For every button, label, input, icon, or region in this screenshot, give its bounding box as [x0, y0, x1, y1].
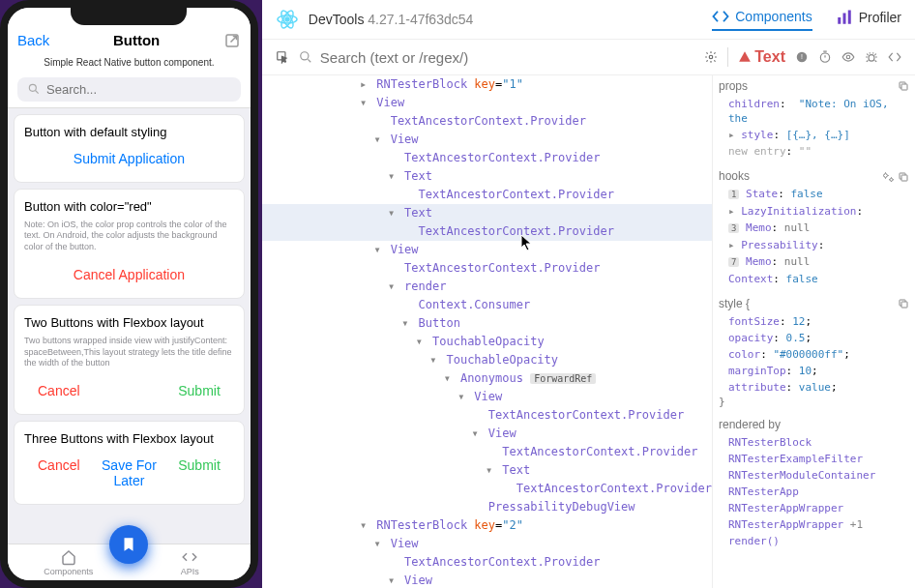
brand-name: DevTools	[309, 12, 365, 27]
tree-node[interactable]: TextAncestorContext.Provider	[262, 443, 712, 461]
hook-row[interactable]: ▸ LazyInitialization:	[719, 203, 909, 220]
tree-node[interactable]: TextAncestorContext.Provider	[262, 259, 712, 278]
prop-row[interactable]: children: "Note: On iOS, the	[719, 96, 909, 127]
tree-node[interactable]: TextAncestorContext.Provider	[262, 222, 712, 241]
tree-node[interactable]: Context.Consumer	[262, 296, 712, 314]
source-icon[interactable]	[888, 50, 901, 64]
gear-icon[interactable]	[704, 50, 718, 64]
tab-label: Components	[735, 9, 812, 24]
tab-label: APIs	[133, 567, 246, 576]
copy-icon[interactable]	[898, 298, 909, 309]
svg-point-2	[285, 17, 289, 21]
eye-icon[interactable]	[841, 50, 855, 64]
svg-rect-7	[842, 14, 845, 24]
ios-button[interactable]: Cancel	[32, 452, 86, 494]
tab-profiler[interactable]: Profiler	[836, 8, 901, 31]
ios-button[interactable]: Cancel Application	[24, 261, 234, 288]
rendered-row[interactable]: RNTesterModuleContainer	[719, 467, 909, 484]
example-card: Button with color="red"Note: On iOS, the…	[14, 189, 245, 299]
tree-node[interactable]: ▾ View	[262, 241, 712, 259]
ios-button[interactable]: Submit	[172, 452, 226, 494]
rendered-row[interactable]: RNTesterBlock	[719, 434, 909, 451]
copy-icon[interactable]	[898, 171, 909, 183]
tree-node[interactable]: PressabilityDebugView	[262, 498, 712, 516]
tree-node[interactable]: ▾ Text	[262, 461, 712, 480]
rendered-row[interactable]: RNTesterAppWrapper +1	[719, 516, 909, 533]
style-row[interactable]: fontSize: 12;	[719, 313, 909, 330]
example-card: Three Buttons with Flexbox layoutCancelS…	[14, 421, 245, 505]
error-icon[interactable]: !	[795, 50, 809, 64]
copy-icon[interactable]	[898, 80, 909, 92]
rendered-row[interactable]: RNTesterApp	[719, 484, 909, 500]
component-tree[interactable]: ▸ RNTesterBlock key="1" ▾ View TextAnces…	[262, 75, 712, 588]
rendered-row[interactable]: RNTesterExampleFilter	[719, 451, 909, 467]
share-icon[interactable]	[223, 31, 241, 49]
warning-icon	[738, 50, 752, 64]
tree-node[interactable]: ▾ View	[262, 572, 712, 588]
tree-node[interactable]: ▾ TouchableOpacity	[262, 351, 712, 369]
prop-row[interactable]: new entry: ""	[719, 143, 909, 160]
ios-button[interactable]: Submit	[172, 377, 226, 404]
search-input[interactable]	[46, 82, 231, 97]
ios-button[interactable]: Save For Later	[86, 452, 173, 494]
example-card: Two Buttons with Flexbox layoutTwo butto…	[14, 305, 245, 415]
tree-node[interactable]: ▾ View	[262, 94, 712, 112]
hook-row[interactable]: ▸ Pressability:	[719, 237, 909, 253]
tree-node[interactable]: ▾ Button	[262, 314, 712, 333]
tree-node[interactable]: ▾ View	[262, 388, 712, 406]
style-row[interactable]: marginTop: 10;	[719, 363, 909, 379]
card-title: Button with default styling	[24, 125, 234, 139]
rendered-row[interactable]: render()	[719, 533, 909, 549]
home-icon	[60, 548, 77, 566]
tree-node[interactable]: ▾ render	[262, 278, 712, 296]
back-button[interactable]: Back	[17, 32, 49, 48]
sidebar: props children: "Note: On iOS, the ▸ sty…	[712, 75, 915, 588]
tree-node[interactable]: ▾ View	[262, 535, 712, 553]
button-row: CancelSave For LaterSubmit	[24, 452, 234, 494]
tab-components[interactable]: Components	[712, 8, 812, 31]
tree-node[interactable]: ▾ RNTesterBlock key="2"	[262, 516, 712, 535]
style-row[interactable]: opacity: 0.5;	[719, 330, 909, 346]
style-row[interactable]: attribute: value;	[719, 379, 909, 396]
timer-icon[interactable]	[818, 50, 832, 64]
bookmark-icon	[120, 536, 137, 553]
ios-simulator: Back Button Simple React Native button c…	[0, 0, 258, 588]
svg-point-11	[710, 55, 714, 59]
svg-rect-16	[869, 55, 874, 61]
tree-node[interactable]: TextAncestorContext.Provider	[262, 112, 712, 131]
hook-row[interactable]: 1 State: false	[719, 186, 909, 203]
tree-node[interactable]: ▾ Text	[262, 167, 712, 186]
magic-icon[interactable]	[883, 171, 895, 183]
tree-node[interactable]: ▾ Anonymous ForwardRef	[262, 369, 712, 388]
tree-node[interactable]: TextAncestorContext.Provider	[262, 186, 712, 204]
hook-row[interactable]: Context: false	[719, 271, 909, 287]
tree-node[interactable]: ▾ Text	[262, 204, 712, 222]
ios-button[interactable]: Submit Application	[24, 145, 234, 172]
hook-row[interactable]: 3 Memo: null	[719, 220, 909, 237]
card-note: Note: On iOS, the color prop controls th…	[24, 220, 234, 253]
react-logo-icon	[276, 8, 299, 31]
style-row[interactable]: color: "#000000ff";	[719, 346, 909, 363]
tree-search-input[interactable]	[320, 49, 694, 66]
example-card: Button with default stylingSubmit Applic…	[14, 114, 245, 183]
fab-bookmark[interactable]	[109, 525, 148, 564]
tree-node[interactable]: TextAncestorContext.Provider	[262, 149, 712, 167]
tree-node[interactable]: TextAncestorContext.Provider	[262, 480, 712, 498]
tree-node[interactable]: ▾ View	[262, 131, 712, 149]
tree-node[interactable]: TextAncestorContext.Provider	[262, 406, 712, 425]
hook-row[interactable]: 7 Memo: null	[719, 253, 909, 271]
card-title: Button with color="red"	[24, 199, 234, 214]
bug-icon[interactable]	[865, 50, 878, 64]
ios-button[interactable]: Cancel	[32, 377, 86, 404]
search-box[interactable]	[17, 77, 241, 102]
inspect-icon[interactable]	[276, 50, 289, 64]
content-body[interactable]: Button with default stylingSubmit Applic…	[8, 108, 251, 544]
tree-node[interactable]: TextAncestorContext.Provider	[262, 553, 712, 572]
tree-node[interactable]: ▾ TouchableOpacity	[262, 333, 712, 351]
svg-point-15	[846, 55, 850, 59]
tree-node[interactable]: ▾ View	[262, 425, 712, 443]
devtools-toolbar: Text !	[262, 40, 915, 75]
tree-node[interactable]: ▸ RNTesterBlock key="1"	[262, 75, 712, 94]
prop-row[interactable]: ▸ style: [{…}, {…}]	[719, 127, 909, 143]
rendered-row[interactable]: RNTesterAppWrapper	[719, 500, 909, 516]
